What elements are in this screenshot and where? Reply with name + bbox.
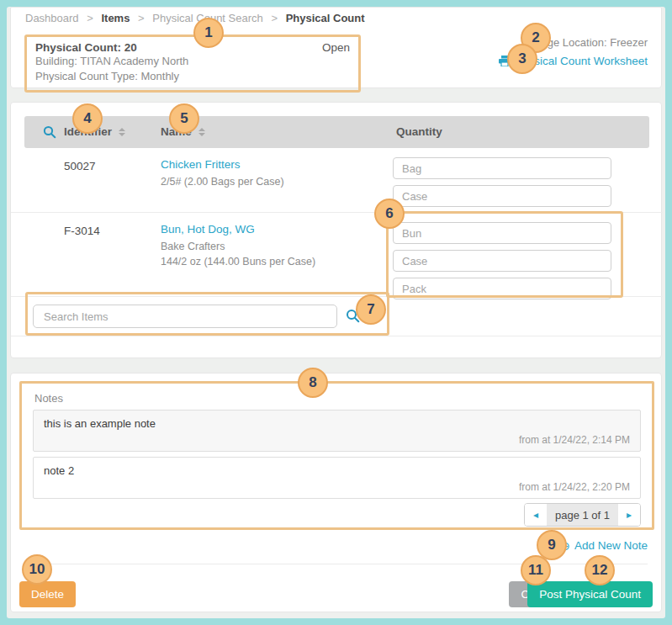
item-name-link[interactable]: Bun, Hot Dog, WG (161, 223, 255, 236)
callout-7: 7 (356, 294, 386, 325)
callout-8: 8 (298, 368, 328, 398)
note-item: this is an example note from at 1/24/22,… (33, 410, 641, 452)
callout-3: 3 (507, 44, 537, 74)
delete-button[interactable]: Delete (19, 581, 76, 607)
table-header: Identifier Name Quantity (24, 116, 649, 148)
item-detail: 144/2 oz (144.00 Buns per Case) (161, 256, 315, 267)
count-title: Physical Count: 20 (35, 41, 137, 54)
breadcrumb-separator: > (271, 12, 278, 24)
breadcrumb: Dashboard > Items > Physical Count Searc… (25, 12, 365, 24)
search-items-input[interactable] (33, 305, 337, 328)
breadcrumb-items[interactable]: Items (101, 12, 130, 24)
header-card: Dashboard > Items > Physical Count Searc… (10, 7, 662, 88)
table-row: 50027 Chicken Fritters 2/5# (2.00 Bags p… (11, 148, 663, 213)
page-background: Dashboard > Items > Physical Count Searc… (7, 7, 665, 618)
search-items-row (11, 297, 663, 336)
quantity-input-bag[interactable] (393, 157, 611, 179)
column-header-quantity: Quantity (396, 125, 442, 138)
column-search-icon[interactable] (43, 125, 56, 139)
note-timestamp: from at 1/24/22, 2:14 PM (519, 434, 630, 446)
column-header-quantity-label: Quantity (396, 125, 442, 138)
quantity-input-bun[interactable] (393, 222, 611, 244)
callout-12: 12 (585, 555, 615, 585)
sort-icon[interactable] (119, 128, 125, 136)
quantity-inputs (393, 157, 611, 207)
table-row: F-3014 Bun, Hot Dog, WG Bake Crafters 14… (11, 213, 663, 297)
item-identifier: 50027 (64, 160, 96, 172)
notes-highlight: Notes this is an example note from at 1/… (19, 381, 654, 530)
count-status: Open (322, 41, 350, 54)
count-type: Physical Count Type: Monthly (35, 69, 350, 84)
item-detail: 2/5# (2.00 Bags per Case) (161, 176, 284, 188)
items-table-card: Identifier Name Quantity 50027 Chicken F… (10, 102, 662, 358)
note-text: this is an example note (44, 417, 630, 430)
quantity-input-case[interactable] (393, 250, 611, 272)
item-detail: Bake Crafters (161, 241, 225, 252)
add-new-note-label: Add New Note (574, 539, 648, 552)
note-timestamp: from at 1/24/22, 2:20 PM (519, 481, 630, 493)
quantity-inputs (393, 222, 611, 299)
pagination-prev-icon[interactable]: ◂ (525, 504, 547, 526)
callout-4: 4 (72, 103, 103, 134)
pagination-label: page 1 of 1 (547, 504, 618, 526)
callout-10: 10 (22, 554, 52, 585)
divider (24, 564, 648, 564)
breadcrumb-dashboard[interactable]: Dashboard (25, 12, 79, 24)
note-text: note 2 (44, 464, 630, 477)
item-name-link[interactable]: Chicken Fritters (161, 158, 241, 171)
notes-pagination: ◂ page 1 of 1 ▸ (524, 503, 641, 527)
notes-card: Notes this is an example note from at 1/… (10, 373, 662, 612)
breadcrumb-separator: > (87, 12, 93, 24)
sort-icon[interactable] (198, 128, 205, 136)
note-item: note 2 from at 1/24/22, 2:20 PM (33, 457, 641, 499)
post-physical-count-button[interactable]: Post Physical Count (527, 581, 653, 607)
pagination-next-icon[interactable]: ▸ (618, 504, 640, 526)
notes-label: Notes (34, 392, 63, 405)
count-building: Building: TITAN Academy North (35, 54, 350, 69)
count-info-highlight: Physical Count: 20 Open Building: TITAN … (24, 34, 361, 93)
item-identifier: F-3014 (64, 225, 100, 237)
callout-6: 6 (374, 199, 405, 229)
callout-11: 11 (521, 555, 551, 585)
quantity-input-case[interactable] (393, 185, 611, 207)
callout-1: 1 (193, 18, 224, 48)
add-new-note-link[interactable]: ⊕ Add New Note (560, 539, 648, 552)
breadcrumb-separator: > (138, 12, 145, 24)
breadcrumb-physical-count: Physical Count (286, 12, 365, 24)
callout-5: 5 (169, 103, 199, 134)
